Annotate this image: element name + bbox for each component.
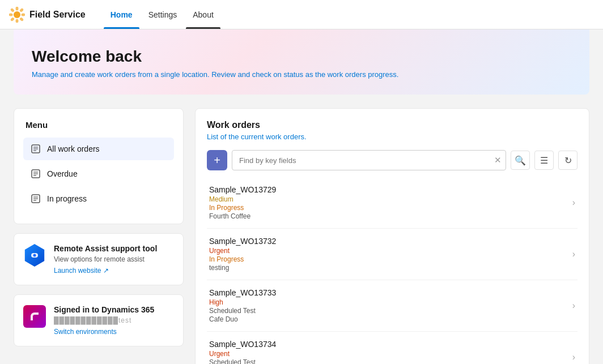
workorder-client: Fourth Coffee: [209, 212, 276, 220]
main-columns: Menu All work orders: [14, 108, 589, 364]
menu-item-overdue-label: Overdue: [47, 169, 78, 178]
svg-point-3: [9, 13, 13, 16]
workorder-name: Sample_WO13733: [209, 288, 276, 297]
refresh-icon: ↻: [564, 155, 572, 166]
nav-settings[interactable]: Settings: [142, 0, 184, 29]
in-progress-icon: [30, 193, 41, 204]
account-card: Signed in to Dynamics 365 ████████████te…: [14, 294, 184, 346]
account-title: Signed in to Dynamics 365: [54, 305, 154, 314]
account-info: Signed in to Dynamics 365 ████████████te…: [54, 305, 154, 336]
refresh-icon-button[interactable]: ↻: [558, 151, 577, 170]
app-logo-icon: [9, 7, 25, 23]
main-content: Welcome back Manage and create work orde…: [0, 29, 603, 364]
menu-item-overdue[interactable]: Overdue: [23, 162, 174, 185]
dynamics-icon: [23, 305, 46, 328]
hero-title: Welcome back: [32, 48, 571, 66]
search-wrap: ✕: [232, 150, 506, 170]
workorder-item[interactable]: Sample_WO13732 Urgent In Progress testin…: [207, 229, 577, 280]
nav-home[interactable]: Home: [104, 0, 139, 29]
remote-assist-card: Remote Assist support tool View options …: [14, 233, 184, 285]
search-icon: 🔍: [515, 155, 526, 166]
search-icon-button[interactable]: 🔍: [511, 151, 530, 170]
filter-icon: ☰: [540, 155, 548, 166]
menu-item-all-work-orders[interactable]: All work orders: [23, 138, 174, 160]
workorder-status: Scheduled Test: [209, 358, 276, 364]
all-work-orders-icon: [30, 143, 41, 155]
remote-assist-desc: View options for remote assist: [54, 255, 157, 263]
workorder-info: Sample_WO13729 Medium In Progress Fourth…: [209, 185, 276, 220]
workorder-name: Sample_WO13734: [209, 340, 276, 349]
workorder-chevron-icon: ›: [572, 198, 575, 208]
account-user: ████████████test: [54, 316, 154, 324]
workorder-item[interactable]: Sample_WO13733 High Scheduled Test Cafe …: [207, 280, 577, 332]
svg-point-7: [19, 7, 24, 12]
workorder-info: Sample_WO13733 High Scheduled Test Cafe …: [209, 288, 276, 323]
workorders-title: Work orders: [207, 120, 577, 130]
menu-item-all-work-orders-label: All work orders: [47, 144, 100, 153]
workorder-status: In Progress: [209, 204, 276, 212]
workorder-status: Scheduled Test: [209, 307, 276, 315]
workorders-subtitle: List of the current work orders.: [207, 132, 577, 141]
app-logo: Field Service: [9, 7, 86, 23]
svg-point-4: [22, 13, 26, 16]
workorder-name: Sample_WO13732: [209, 237, 276, 246]
workorders-panel: Work orders List of the current work ord…: [195, 108, 589, 364]
svg-point-2: [16, 19, 19, 23]
svg-point-6: [19, 16, 24, 21]
workorders-list: Sample_WO13729 Medium In Progress Fourth…: [207, 177, 577, 364]
workorder-priority: Medium: [209, 195, 276, 203]
nav-about[interactable]: About: [186, 0, 220, 29]
remote-assist-info: Remote Assist support tool View options …: [54, 244, 157, 275]
filter-icon-button[interactable]: ☰: [534, 151, 554, 170]
workorder-item[interactable]: Sample_WO13729 Medium In Progress Fourth…: [207, 177, 577, 229]
svg-point-1: [16, 7, 19, 11]
svg-point-21: [33, 254, 36, 257]
workorder-name: Sample_WO13729: [209, 185, 276, 194]
workorder-priority: High: [209, 298, 276, 306]
workorder-item[interactable]: Sample_WO13734 Urgent Scheduled Test Caf…: [207, 332, 577, 364]
search-clear-icon[interactable]: ✕: [494, 155, 502, 165]
svg-point-5: [10, 7, 15, 12]
workorder-client: Cafe Duo: [209, 315, 276, 323]
workorder-info: Sample_WO13732 Urgent In Progress testin…: [209, 237, 276, 272]
workorder-client: testing: [209, 264, 276, 272]
menu-item-in-progress-label: In progress: [47, 194, 87, 203]
remote-assist-title: Remote Assist support tool: [54, 244, 157, 253]
switch-environments-link[interactable]: Switch environments: [54, 328, 117, 336]
remote-assist-icon: [23, 244, 46, 267]
hero-subtitle: Manage and create work orders from a sin…: [32, 70, 571, 79]
topnav: Field Service Home Settings About: [0, 0, 603, 29]
workorder-chevron-icon: ›: [572, 249, 575, 259]
workorder-chevron-icon: ›: [572, 352, 575, 362]
sidebar: Menu All work orders: [14, 108, 184, 346]
workorder-priority: Urgent: [209, 350, 276, 358]
workorder-info: Sample_WO13734 Urgent Scheduled Test Caf…: [209, 340, 276, 364]
nav-links: Home Settings About: [104, 0, 220, 29]
search-input[interactable]: [232, 150, 506, 170]
add-workorder-button[interactable]: +: [207, 150, 227, 170]
menu-card: Menu All work orders: [14, 108, 184, 224]
menu-item-in-progress[interactable]: In progress: [23, 187, 174, 210]
svg-point-0: [14, 11, 20, 18]
workorder-chevron-icon: ›: [572, 301, 575, 311]
workorder-priority: Urgent: [209, 247, 276, 255]
workorder-status: In Progress: [209, 255, 276, 263]
workorders-toolbar: + ✕ 🔍 ☰ ↻: [207, 150, 577, 170]
remote-assist-link[interactable]: Launch website ↗: [54, 267, 109, 275]
hero-banner: Welcome back Manage and create work orde…: [14, 29, 589, 95]
external-link-icon: ↗: [103, 267, 109, 275]
menu-title: Menu: [23, 120, 174, 130]
app-name: Field Service: [29, 10, 86, 20]
overdue-icon: [30, 168, 41, 179]
svg-point-8: [10, 16, 15, 21]
